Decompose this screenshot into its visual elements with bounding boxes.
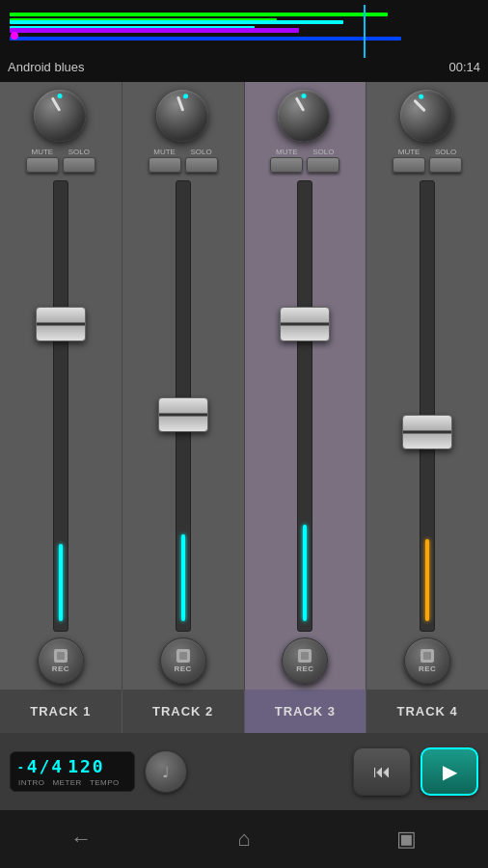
tempo-display: - 4/4 120 INTRO METER TEMPO [10,751,135,792]
fader-handle-3[interactable] [280,307,330,341]
volume-knob-3[interactable] [278,90,332,144]
meter-label: METER [52,778,82,787]
vu-meter-4 [425,539,429,621]
mute-btn-1[interactable] [26,157,59,173]
vu-meter-2 [181,534,185,621]
play-button[interactable]: ▶ [420,747,478,796]
mute-label-1: MUTE [32,148,54,156]
track-channel-4: MUTE SOLO REC [366,82,488,690]
rec-icon-4 [420,649,434,663]
rec-icon-3 [298,649,312,663]
solo-label-3: SOLO [312,148,334,156]
fader-slot-3 [257,180,355,632]
rec-icon-1 [54,649,68,663]
solo-btn-2[interactable] [185,157,218,173]
fader-handle-1[interactable] [36,307,86,341]
waveform-area: Android blues 00:14 [0,0,488,82]
vu-meter-1 [59,544,63,621]
volume-knob-1[interactable] [34,90,88,144]
track-labels: TRACK 1 TRACK 2 TRACK 3 TRACK 4 [0,690,488,733]
solo-label-2: SOLO [191,148,212,156]
rec-icon-2 [176,649,190,663]
solo-btn-3[interactable] [307,157,339,173]
track-channel-1: MUTE SOLO [0,82,122,690]
mute-btn-4[interactable] [393,157,425,173]
solo-btn-1[interactable] [63,157,95,173]
intro-label: INTRO [18,778,44,787]
solo-btn-4[interactable] [429,157,462,173]
rec-btn-1[interactable]: REC [38,637,84,684]
back-button[interactable]: ← [57,820,105,858]
mute-label-3: MUTE [276,148,298,156]
track-label-1[interactable]: TRACK 1 [0,690,122,733]
recents-icon: ▣ [396,827,417,852]
volume-knob-4[interactable] [400,90,454,144]
metronome-icon: ♩ [162,763,170,781]
track-channel-2: MUTE SOLO REC [122,82,245,690]
rewind-icon: ⏮ [373,762,391,782]
playback-time: 00:14 [448,60,480,74]
fader-handle-4[interactable] [402,415,452,449]
nav-bar: ← ⌂ ▣ [0,810,488,868]
mixer-area: MUTE SOLO [0,82,488,690]
mute-label-4: MUTE [398,148,420,156]
home-icon: ⌂ [237,827,250,852]
fader-slot-4 [378,180,476,632]
rec-btn-2[interactable]: REC [160,637,206,684]
recents-button[interactable]: ▣ [383,820,431,858]
track-label-4[interactable]: TRACK 4 [366,690,488,733]
rec-text-1: REC [52,665,69,673]
rewind-button[interactable]: ⏮ [353,747,411,796]
tempo-minus: - [18,759,23,774]
home-button[interactable]: ⌂ [220,820,268,858]
mute-btn-2[interactable] [149,157,181,173]
rec-text-3: REC [296,665,313,673]
play-icon: ▶ [443,760,457,783]
playhead-line [364,5,366,58]
time-sig: 4/4 [27,756,65,776]
fader-slot-1 [12,180,110,632]
rec-text-4: REC [419,665,436,673]
solo-label-4: SOLO [435,148,456,156]
position-dot [11,32,18,40]
vu-meter-3 [303,525,307,621]
controls-area: - 4/4 120 INTRO METER TEMPO ♩ ⏮ ▶ [0,733,488,810]
track-channel-3: MUTE SOLO REC [245,82,367,690]
track-label-2[interactable]: TRACK 2 [122,690,245,733]
track-label-3[interactable]: TRACK 3 [245,690,367,733]
mute-label-2: MUTE [153,148,176,156]
tempo-value: 120 [68,756,105,776]
back-icon: ← [70,827,92,852]
song-title: Android blues [8,60,85,74]
tempo-label: TEMPO [90,778,120,787]
rec-btn-3[interactable]: REC [282,637,328,684]
metronome-button[interactable]: ♩ [145,750,187,793]
fader-slot-2 [134,180,232,632]
fader-handle-2[interactable] [158,397,208,432]
mute-btn-3[interactable] [270,157,303,173]
rec-btn-4[interactable]: REC [404,637,450,684]
volume-knob-2[interactable] [156,90,210,144]
rec-text-2: REC [174,665,191,673]
solo-label-1: SOLO [68,148,90,156]
